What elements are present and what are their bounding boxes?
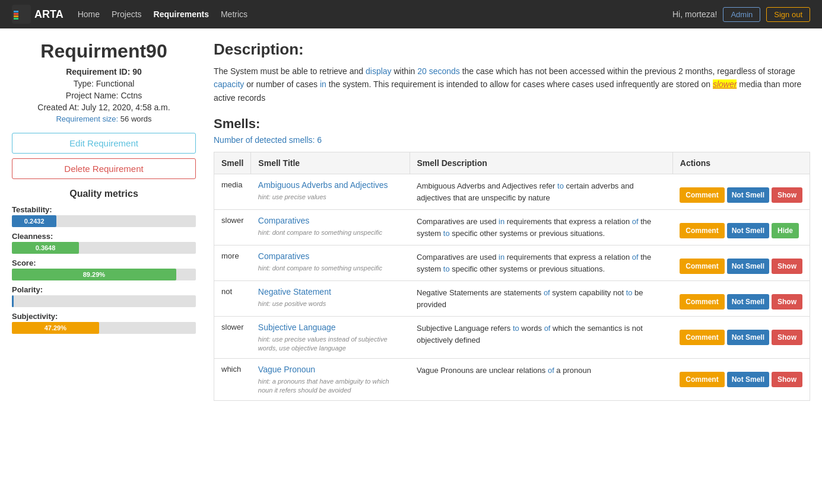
smell-hint: hint: use precise values instead of subj… — [258, 336, 388, 352]
svg-rect-4 — [14, 11, 18, 12]
nav-home[interactable]: Home — [78, 9, 100, 19]
polarity-label: Polarity: — [12, 285, 196, 294]
navbar: ARTA Home Projects Requirements Metrics … — [0, 0, 822, 28]
main-container: Requirment90 Requirement ID: 90 Type: Fu… — [0, 28, 822, 413]
smell-actions-cell: Comment Not Smell Show — [672, 281, 810, 317]
smell-description: Vague Pronouns are unclear relations of … — [417, 366, 591, 375]
smell-keyword-cell: not — [214, 281, 251, 317]
show-button[interactable]: Show — [772, 372, 802, 387]
smell-keyword-cell: which — [214, 359, 251, 401]
table-row: moreComparativeshint: dont compare to so… — [214, 245, 810, 281]
smell-actions-cell: Comment Not Smell Show — [672, 359, 810, 401]
table-row: whichVague Pronounhint: a pronouns that … — [214, 359, 810, 401]
req-project: Project Name: Cctns — [12, 91, 196, 100]
smell-title-link[interactable]: Negative Statement — [258, 287, 402, 296]
notsmell-button[interactable]: Not Smell — [727, 259, 769, 274]
actions-group: Comment Not Smell Show — [680, 323, 802, 345]
smell-title-link[interactable]: Comparatives — [258, 251, 402, 261]
desc-highlight-capacity: capacity — [214, 79, 244, 89]
smell-description-cell: Comparatives are used in requirements th… — [410, 245, 672, 281]
nav-links: Home Projects Requirements Metrics — [78, 9, 672, 19]
table-row: slowerSubjective Languagehint: use preci… — [214, 317, 810, 359]
notsmell-button[interactable]: Not Smell — [727, 330, 769, 345]
actions-group: Comment Not Smell Show — [680, 365, 802, 387]
notsmell-button[interactable]: Not Smell — [727, 294, 769, 310]
comment-button[interactable]: Comment — [680, 330, 724, 345]
notsmell-button[interactable]: Not Smell — [727, 372, 769, 387]
smell-hint: hint: dont compare to something unspecif… — [258, 229, 382, 236]
hide-button[interactable]: Hide — [772, 223, 799, 238]
actions-group: Comment Not Smell Show — [680, 251, 802, 274]
left-panel: Requirment90 Requirement ID: 90 Type: Fu… — [12, 40, 196, 401]
nav-projects[interactable]: Projects — [112, 9, 142, 19]
cleanness-bar-bg: 0.3648 — [12, 242, 196, 254]
req-id: Requirement ID: 90 — [12, 67, 196, 76]
delete-requirement-button[interactable]: Delete Requirement — [12, 158, 196, 179]
comment-button[interactable]: Comment — [680, 294, 724, 310]
signout-button[interactable]: Sign out — [766, 7, 810, 22]
svg-rect-1 — [14, 13, 18, 15]
show-button[interactable]: Show — [772, 187, 802, 203]
notsmell-button[interactable]: Not Smell — [727, 187, 769, 203]
smell-description: Negative Statements are statements of sy… — [417, 288, 643, 309]
comment-button[interactable]: Comment — [680, 223, 724, 238]
comment-button[interactable]: Comment — [680, 259, 724, 274]
smells-count: Number of detected smells: 6 — [214, 135, 810, 145]
smell-keyword-cell: slower — [214, 317, 251, 359]
actions-group: Comment Not Smell Show — [680, 287, 802, 310]
comment-button[interactable]: Comment — [680, 372, 724, 387]
desc-highlight-display: display — [366, 66, 392, 76]
cleanness-bar-fill: 0.3648 — [12, 242, 79, 254]
metric-score: Score: 89.29% — [12, 259, 196, 280]
score-bar-fill: 89.29% — [12, 269, 176, 280]
show-button[interactable]: Show — [772, 259, 802, 274]
nav-requirements[interactable]: Requirements — [154, 9, 209, 19]
show-button[interactable]: Show — [772, 330, 802, 345]
desc-highlight-slower: slower — [713, 79, 737, 89]
smell-hint: hint: a pronouns that have ambiguity to … — [258, 378, 389, 394]
score-bar-bg: 89.29% — [12, 269, 196, 280]
comment-button[interactable]: Comment — [680, 187, 724, 203]
brand: ARTA — [12, 5, 64, 24]
smell-keyword-cell: more — [214, 245, 251, 281]
table-head: Smell Smell Title Smell Description Acti… — [214, 152, 810, 174]
description-title: Description: — [214, 40, 810, 59]
notsmell-button[interactable]: Not Smell — [727, 223, 769, 238]
edit-requirement-button[interactable]: Edit Requirement — [12, 133, 196, 154]
show-button[interactable]: Show — [772, 294, 802, 310]
nav-metrics[interactable]: Metrics — [221, 9, 247, 19]
smell-keyword: media — [221, 180, 242, 189]
admin-button[interactable]: Admin — [723, 7, 760, 22]
subjectivity-label: Subjectivity: — [12, 312, 196, 321]
smell-title-cell: Subjective Languagehint: use precise val… — [251, 317, 410, 359]
cleanness-value: 0.3648 — [36, 244, 56, 251]
smell-title-cell: Comparativeshint: dont compare to someth… — [251, 245, 410, 281]
smells-title: Smells: — [214, 116, 810, 132]
req-type: Type: Functional — [12, 79, 196, 88]
greeting-text: Hi, morteza! — [672, 9, 717, 19]
req-created: Created At: July 12, 2020, 4:58 a.m. — [12, 103, 196, 112]
smell-hint: hint: dont compare to something unspecif… — [258, 264, 382, 272]
smell-keyword-cell: slower — [214, 210, 251, 245]
smell-title-link[interactable]: Comparatives — [258, 216, 402, 225]
metric-cleanness: Cleanness: 0.3648 — [12, 232, 196, 254]
smell-description: Comparatives are used in requirements th… — [417, 253, 651, 273]
right-panel: Description: The System must be able to … — [214, 40, 810, 401]
smells-count-value: 6 — [317, 135, 322, 145]
col-smell-description: Smell Description — [410, 152, 672, 174]
smell-actions-cell: Comment Not Smell Show — [672, 174, 810, 210]
quality-title: Quality metrics — [12, 189, 196, 199]
smell-title-link[interactable]: Ambiguous Adverbs and Adjectives — [258, 180, 402, 190]
smell-keyword-cell: media — [214, 174, 251, 210]
metric-polarity: Polarity: — [12, 285, 196, 307]
polarity-bar-bg — [12, 295, 196, 307]
table-row: notNegative Statementhint: use positive … — [214, 281, 810, 317]
smell-title-link[interactable]: Vague Pronoun — [258, 365, 402, 374]
testability-label: Testability: — [12, 205, 196, 214]
requirement-title: Requirment90 — [12, 40, 196, 62]
arta-logo — [12, 5, 31, 24]
subjectivity-bar-bg: 47.29% — [12, 322, 196, 334]
smell-actions-cell: Comment Not Smell Show — [672, 317, 810, 359]
svg-rect-3 — [14, 18, 18, 20]
smell-title-link[interactable]: Subjective Language — [258, 323, 402, 332]
